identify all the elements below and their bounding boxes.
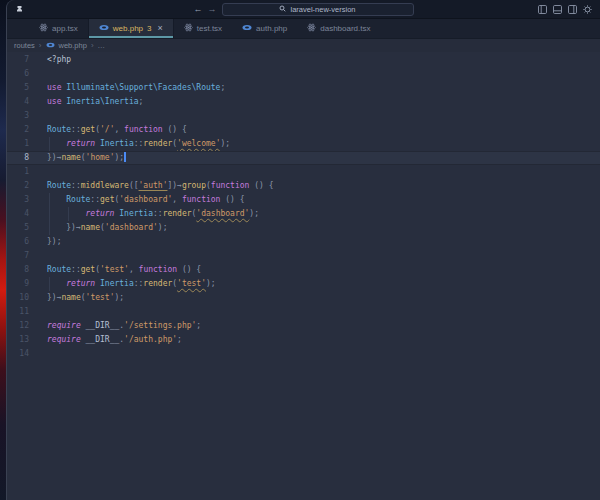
code-line[interactable]: 1 [7,165,600,179]
code-line[interactable]: 6 [7,67,600,81]
code-line[interactable]: 9 return Inertia::render('test'); [7,277,600,291]
toggle-right-dock-icon[interactable] [568,5,577,14]
titlebar-center: ← → laravel-new-version [194,3,414,16]
react-icon [307,23,316,34]
tab-label: app.tsx [52,24,78,33]
search-icon [279,5,286,14]
code-line[interactable]: 8Route::get('test', function () { [7,263,600,277]
code-line[interactable]: 4use Inertia\Inertia; [7,95,600,109]
tab-label: auth.php [256,24,287,33]
code-editor[interactable]: 7<?php65use Illuminate\Support\Facades\R… [7,52,600,500]
tab-dashboard-tsx[interactable]: dashboard.tsx [297,19,380,38]
breadcrumb-root[interactable]: routes [14,41,35,50]
code-line[interactable]: 1 return Inertia::render('welcome'); [7,137,600,151]
line-text: })→name('dashboard'); [47,221,167,235]
code-line[interactable]: 4 return Inertia::render('dashboard'); [7,207,600,221]
line-text: })→name('home'); [47,151,126,165]
breadcrumb-file[interactable]: web.php [59,41,87,50]
indent-guide [49,221,50,235]
toggle-left-dock-icon[interactable] [538,5,547,14]
project-search-box[interactable]: laravel-new-version [222,3,414,16]
title-bar: ← → laravel-new-version [7,0,600,19]
chevron-right-icon: › [91,41,94,50]
line-number: 5 [7,221,29,235]
editor-window: ← → laravel-new-version [6,0,600,500]
code-line[interactable]: 5use Illuminate\Support\Facades\Route; [7,81,600,95]
breadcrumb[interactable]: routes › web.php › … [7,39,600,52]
code-line[interactable]: 3 Route::get('dashboard', function () { [7,193,600,207]
line-number: 12 [7,319,29,333]
code-line[interactable]: 2Route::get('/', function () { [7,123,600,137]
indent-guide [49,137,50,151]
line-number: 2 [7,123,29,137]
line-number: 4 [7,95,29,109]
line-number: 4 [7,207,29,221]
line-text: Route::middleware(['auth'])→group(functi… [47,179,273,193]
code-line[interactable]: 10})→name('test'); [7,291,600,305]
line-number: 8 [7,151,29,165]
close-tab-icon[interactable]: × [158,24,163,33]
line-text: Route::get('test', function () { [47,263,201,277]
tab-app-tsx[interactable]: app.tsx [29,19,88,38]
php-icon [46,41,55,51]
code-line[interactable]: 3 [7,109,600,123]
project-name: laravel-new-version [290,5,355,14]
line-number: 1 [7,165,29,179]
php-icon [99,23,109,34]
tab-label: dashboard.tsx [320,24,370,33]
indent-guide [68,207,69,221]
line-number: 8 [7,263,29,277]
line-number: 2 [7,179,29,193]
tab-web-php[interactable]: web.php 3 × [88,19,174,38]
code-line[interactable]: 2Route::middleware(['auth'])→group(funct… [7,179,600,193]
line-number: 10 [7,291,29,305]
code-line[interactable]: 11 [7,305,600,319]
line-text: use Inertia\Inertia; [47,95,143,109]
line-text: use Illuminate\Support\Facades\Route; [47,81,225,95]
react-icon [184,23,193,34]
app-icon[interactable] [15,0,24,18]
line-number: 3 [7,109,29,123]
back-button[interactable]: ← [194,3,203,15]
line-text: })→name('test'); [47,291,124,305]
line-text: require __DIR__.'/auth.php'; [47,333,182,347]
line-text: Route::get('/', function () { [47,123,187,137]
line-number: 6 [7,235,29,249]
line-number: 5 [7,81,29,95]
tab-bar: app.tsx web.php 3 × test.tsx auth.php [7,19,600,39]
tab-label: web.php [113,24,143,33]
php-icon [242,23,252,34]
line-number: 1 [7,137,29,151]
code-line[interactable]: 13require __DIR__.'/auth.php'; [7,333,600,347]
code-line-current[interactable]: 8})→name('home'); [7,151,600,165]
line-text: <?php [47,53,71,67]
tab-label: test.tsx [197,24,222,33]
code-line[interactable]: 7<?php [7,53,600,67]
tab-badge: 3 [147,24,151,33]
line-number: 11 [7,305,29,319]
line-number: 14 [7,347,29,361]
line-number: 3 [7,193,29,207]
code-line[interactable]: 7 [7,249,600,263]
line-number: 7 [7,53,29,67]
text-cursor [124,152,126,162]
indent-guide [49,277,50,291]
code-line[interactable]: 6}); [7,235,600,249]
line-number: 13 [7,333,29,347]
line-text: return Inertia::render('welcome'); [47,137,230,151]
settings-gear-icon[interactable] [583,5,592,14]
tab-test-tsx[interactable]: test.tsx [174,19,232,38]
forward-button[interactable]: → [208,3,217,15]
line-text: return Inertia::render('dashboard'); [47,207,259,221]
tab-auth-php[interactable]: auth.php [232,19,297,38]
code-line[interactable]: 12require __DIR__.'/settings.php'; [7,319,600,333]
line-number: 9 [7,277,29,291]
line-text: }); [47,235,61,249]
titlebar-left [15,0,194,18]
toggle-bottom-dock-icon[interactable] [553,5,562,14]
code-line[interactable]: 5 })→name('dashboard'); [7,221,600,235]
breadcrumb-tail[interactable]: … [98,41,106,50]
indent-guide [49,193,50,207]
line-number: 7 [7,249,29,263]
code-line[interactable]: 14 [7,347,600,361]
